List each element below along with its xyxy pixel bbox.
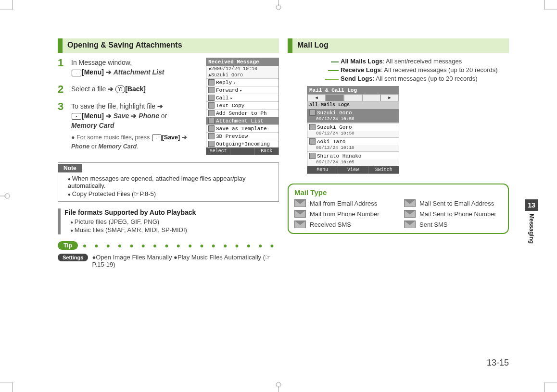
section-mail-log: Mail Log (288, 38, 509, 53)
chapter-label: Messaging (528, 214, 535, 244)
tip-row: Tip ● ● ● ● ● ● ● ● ● ● ● ● ● ● ● ● ● ● … (58, 241, 279, 250)
tab-next-icon: ▶ (380, 94, 399, 101)
menu-icon (208, 95, 215, 101)
mailtype-item: Mail from Email Address (294, 199, 392, 207)
phone1-row: Call (206, 94, 278, 101)
step2-text: Select a file (71, 85, 106, 93)
section-title-right: Mail Log (292, 38, 333, 53)
phone1-row: Outgoing+Incoming (206, 140, 278, 147)
tab-1 (326, 94, 344, 101)
phone2-tabs: ◀ ▶ (307, 94, 399, 101)
page-number: 13-15 (487, 358, 509, 368)
phone1-row: 3D Preview (206, 132, 278, 140)
phone2-softkeys: Menu View Switch (307, 166, 399, 173)
mt-r1: Mail Sent to Phone Number (419, 210, 496, 218)
phone2-sk-switch: Switch (368, 166, 399, 173)
log-row: Shirato Hanako (307, 152, 399, 159)
menu-icon (208, 141, 215, 147)
step3-menu: [Menu] (82, 112, 104, 120)
phone1-r5: Attachment List (216, 118, 264, 124)
phone1-r2: Call (216, 95, 228, 101)
phone1-sk-select: Select (206, 147, 230, 155)
mailtype-item: Mail Sent to Phone Number (404, 210, 502, 218)
mailtype-item: Sent SMS (404, 220, 502, 228)
step3-sub-period: . (137, 143, 138, 150)
log-time: 09/12/24 10:05 (307, 159, 399, 166)
phone2-sk-view: View (338, 166, 369, 173)
step-num-1: 1 (58, 58, 66, 68)
y-button-icon: Y! (115, 86, 125, 94)
step3-sub-save: [Save] (162, 134, 180, 141)
tip-dots: ● ● ● ● ● ● ● ● ● ● ● ● ● ● ● ● ● ● ● ● … (83, 242, 279, 249)
phone-screenshot-received-message: Received Message ●2009/12/24 10:10 ▲Suzu… (206, 58, 279, 155)
ff-item: Music files (SMAF, AMR, MIDI, SP-MIDI) (70, 226, 196, 233)
step3-sub-a: For some music files, press (76, 134, 152, 141)
mt-l2: Received SMS (310, 221, 351, 228)
phone2-title: Mail & Call Log (307, 86, 399, 94)
legend-send: Send Logs: All sent messages (up to 20 r… (331, 75, 509, 82)
note-label: Note (58, 164, 82, 172)
tab-2 (344, 94, 362, 101)
phone1-r8: Outgoing+Incoming (216, 141, 270, 147)
mailtype-icon (309, 138, 316, 145)
phone1-row: Add Sender to Ph (206, 109, 278, 117)
phone1-softkeys: Select Back (206, 147, 278, 155)
log-time: 09/12/24 10:50 (307, 131, 399, 137)
step-2: 2 Select a file ➔ Y![Back] (58, 84, 202, 95)
menu-icon (208, 133, 215, 139)
phone2-tabbar: All Mails Logs (307, 101, 399, 109)
settings-row: Settings ●Open Image Files Manually ●Pla… (58, 254, 279, 268)
menu-icon (208, 125, 215, 132)
menu-icon (208, 118, 215, 124)
step3-mc: Memory Card (71, 122, 114, 129)
note-item: When messages are opened, attached image… (68, 175, 275, 189)
legend-receive: Receive Logs: All received messages (up … (331, 66, 509, 74)
log-name: Suzuki Goro (317, 110, 352, 116)
arrow-icon: ➔ (157, 102, 163, 110)
tab-3 (362, 94, 380, 101)
mail-icon (152, 135, 162, 141)
mailtype-icon (309, 110, 316, 116)
log-row: Suzuki Goro (307, 123, 399, 131)
mail-type-box: Mail Type Mail from Email Address Mail S… (288, 184, 509, 234)
phone1-row: Forward (206, 86, 278, 94)
arrow-icon: ➔ (108, 85, 114, 93)
phone1-meta1: ●2009/12/24 10:10 (206, 66, 278, 72)
step1-menu: [Menu] (82, 68, 104, 76)
tab-prev-icon: ◀ (307, 94, 326, 101)
mt-l0: Mail from Email Address (310, 200, 377, 207)
mail-sent-phone-icon (404, 210, 416, 218)
arrow-icon: ➔ (106, 112, 112, 120)
menu-icon (208, 110, 215, 116)
phone1-r0: Reply (216, 80, 232, 86)
chapter-tab: 13 Messaging (525, 199, 538, 244)
mail-sent-email-icon (404, 199, 416, 207)
arrow-icon: ➔ (106, 68, 112, 76)
phone-screenshot-mail-log: Mail & Call Log ◀ ▶ All Mails Logs Suzuk… (307, 86, 399, 174)
settings-badge: Settings (58, 254, 88, 261)
mt-l1: Mail from Phone Number (310, 210, 380, 218)
mail-icon (72, 113, 81, 120)
log-row: Suzuki Goro (307, 109, 399, 116)
mailtype-item: Mail from Phone Number (294, 210, 392, 218)
phone1-sk-back: Back (255, 147, 278, 155)
phone1-row: Reply (206, 78, 278, 86)
phone1-r6: Save as Template (216, 126, 267, 132)
step3-save: Save (114, 112, 129, 120)
step3-sub-phone: Phone (71, 143, 89, 150)
mail-from-email-icon (294, 199, 306, 207)
menu-icon (208, 87, 215, 93)
step2-back: [Back] (125, 85, 146, 93)
step3-sub-mc: Memory Card (98, 143, 137, 150)
mailtype-icon (309, 153, 316, 159)
arrow-icon: ➔ (182, 134, 187, 141)
received-sms-icon (294, 220, 306, 228)
menu-icon (208, 102, 215, 109)
section-title-left: Opening & Saving Attachments (63, 38, 187, 53)
note-box: Note When messages are opened, attached … (58, 162, 279, 202)
mail-icon (72, 70, 81, 76)
step3-sub: For some music files, press [Save] ➔ Pho… (71, 133, 202, 150)
step3-sub-or: or (89, 143, 98, 150)
step3-or: or (159, 112, 167, 120)
note-item: Copy Protected Files (☞P.8-5) (68, 190, 275, 197)
